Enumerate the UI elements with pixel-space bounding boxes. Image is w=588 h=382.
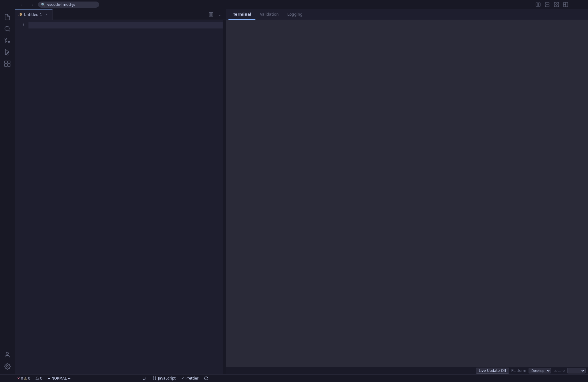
svg-rect-24 bbox=[209, 13, 211, 16]
status-bar-editor-section: ✕ 0 ⚠ 0 0 -- NORMAL -- LF {} JavaScript … bbox=[15, 375, 211, 382]
svg-point-22 bbox=[6, 352, 8, 354]
svg-rect-25 bbox=[211, 13, 213, 16]
svg-point-23 bbox=[6, 365, 8, 367]
split-horizontal-icon bbox=[536, 2, 541, 7]
svg-rect-21 bbox=[8, 64, 10, 66]
account-icon bbox=[4, 351, 11, 358]
platform-label: Platform bbox=[511, 369, 526, 373]
editor-scrollbar[interactable] bbox=[223, 20, 226, 374]
svg-point-13 bbox=[8, 41, 10, 43]
error-icon: ✕ bbox=[17, 376, 20, 380]
file-tab-untitled1[interactable]: JS Untitled-1 × bbox=[15, 9, 53, 20]
editor-more-button[interactable]: ... bbox=[216, 11, 223, 18]
svg-rect-20 bbox=[5, 64, 7, 66]
svg-rect-2 bbox=[545, 2, 549, 4]
locale-label: Locale bbox=[553, 369, 565, 373]
status-formatter[interactable]: ✓ Prettier bbox=[179, 375, 201, 382]
cursor-line bbox=[28, 22, 223, 28]
status-bar-panel-section bbox=[211, 375, 588, 382]
panel-tabs-bar: Terminal Validation Logging bbox=[226, 9, 588, 20]
svg-rect-19 bbox=[8, 61, 10, 63]
sidebar-item-search[interactable] bbox=[2, 23, 13, 34]
text-cursor bbox=[30, 23, 30, 28]
layout-grid-button[interactable] bbox=[552, 1, 560, 9]
layout-split-horizontal-button[interactable] bbox=[534, 1, 542, 9]
tab-js-icon: JS bbox=[18, 13, 22, 17]
svg-line-12 bbox=[9, 30, 10, 31]
svg-rect-7 bbox=[557, 5, 559, 7]
layout-options-icon bbox=[563, 2, 568, 7]
editor-split-button[interactable] bbox=[207, 11, 215, 18]
sidebar-item-settings[interactable] bbox=[2, 361, 13, 372]
file-tabs-bar: JS Untitled-1 × ... bbox=[15, 9, 226, 20]
search-bar[interactable]: 🔍 vscode-fmod-js bbox=[38, 2, 99, 8]
files-icon bbox=[4, 14, 11, 21]
status-bar: ✕ 0 ⚠ 0 0 -- NORMAL -- LF {} JavaScript … bbox=[0, 374, 588, 382]
split-vertical-icon bbox=[545, 2, 550, 7]
nav-forward-button[interactable]: → bbox=[28, 1, 36, 8]
tab-close-button[interactable]: × bbox=[44, 12, 49, 17]
line-number-1: 1 bbox=[15, 22, 28, 28]
bell-icon bbox=[35, 376, 39, 380]
editor-area: JS Untitled-1 × ... 1 bbox=[15, 9, 226, 374]
tab-terminal[interactable]: Terminal bbox=[228, 9, 255, 20]
svg-rect-6 bbox=[554, 5, 556, 7]
title-bar: ← → 🔍 vscode-fmod-js bbox=[0, 0, 588, 9]
right-panel: Terminal Validation Logging Live Update … bbox=[226, 9, 588, 374]
run-debug-icon bbox=[4, 49, 11, 55]
live-update-label: Live Update Off bbox=[479, 369, 506, 373]
bell-count: 0 bbox=[40, 376, 42, 380]
svg-marker-15 bbox=[6, 50, 9, 55]
svg-rect-5 bbox=[557, 2, 559, 4]
layout-options-button[interactable] bbox=[562, 1, 570, 9]
svg-point-16 bbox=[6, 54, 8, 55]
code-editor[interactable] bbox=[28, 20, 223, 374]
tab-validation[interactable]: Validation bbox=[255, 9, 283, 20]
sidebar-item-extensions[interactable] bbox=[2, 58, 13, 69]
nav-back-button[interactable]: ← bbox=[18, 1, 26, 8]
sidebar-item-account[interactable] bbox=[2, 349, 13, 360]
sidebar-item-explorer[interactable] bbox=[2, 12, 13, 23]
editor-content[interactable]: 1 bbox=[15, 20, 226, 374]
svg-rect-18 bbox=[5, 61, 7, 63]
svg-rect-3 bbox=[545, 5, 549, 7]
warning-icon: ⚠ bbox=[24, 376, 27, 380]
locale-select[interactable] bbox=[567, 368, 586, 373]
search-icon bbox=[4, 25, 11, 32]
svg-rect-4 bbox=[554, 2, 556, 4]
svg-rect-0 bbox=[536, 3, 538, 6]
svg-rect-1 bbox=[538, 3, 540, 6]
activity-bar bbox=[0, 9, 15, 374]
extensions-icon bbox=[4, 60, 11, 67]
status-encoding[interactable]: LF bbox=[140, 375, 149, 382]
checkmark-icon: ✓ bbox=[181, 376, 184, 380]
braces-icon: {} bbox=[152, 376, 157, 380]
sidebar-item-git[interactable] bbox=[2, 35, 13, 46]
search-text: vscode-fmod-js bbox=[47, 2, 75, 7]
layout-split-vertical-button[interactable] bbox=[543, 1, 551, 9]
live-update-button[interactable]: Live Update Off bbox=[476, 368, 509, 374]
errors-count: 0 bbox=[21, 376, 23, 380]
git-icon bbox=[4, 37, 11, 44]
status-language[interactable]: {} JavaScript bbox=[150, 375, 178, 382]
split-editor-icon bbox=[209, 12, 213, 17]
status-errors-button[interactable]: ✕ 0 ⚠ 0 bbox=[15, 375, 33, 382]
tab-logging[interactable]: Logging bbox=[283, 9, 307, 20]
status-mode: -- NORMAL -- bbox=[45, 375, 74, 382]
status-bell-button[interactable]: 0 bbox=[33, 375, 44, 382]
platform-select[interactable]: Desktop bbox=[529, 368, 551, 373]
sidebar-item-run[interactable] bbox=[2, 47, 13, 58]
settings-icon bbox=[4, 363, 11, 370]
warnings-count: 0 bbox=[28, 376, 30, 380]
search-icon: 🔍 bbox=[41, 3, 45, 7]
panel-bottom-status: Live Update Off Platform Desktop Locale bbox=[226, 367, 588, 374]
tab-filename: Untitled-1 bbox=[24, 13, 42, 17]
sync-icon bbox=[204, 376, 208, 380]
svg-point-14 bbox=[5, 38, 7, 40]
grid-icon bbox=[554, 2, 559, 7]
svg-point-11 bbox=[5, 26, 9, 31]
line-numbers-gutter: 1 bbox=[15, 20, 28, 374]
terminal-content[interactable] bbox=[226, 20, 588, 367]
status-sync[interactable] bbox=[202, 375, 211, 382]
